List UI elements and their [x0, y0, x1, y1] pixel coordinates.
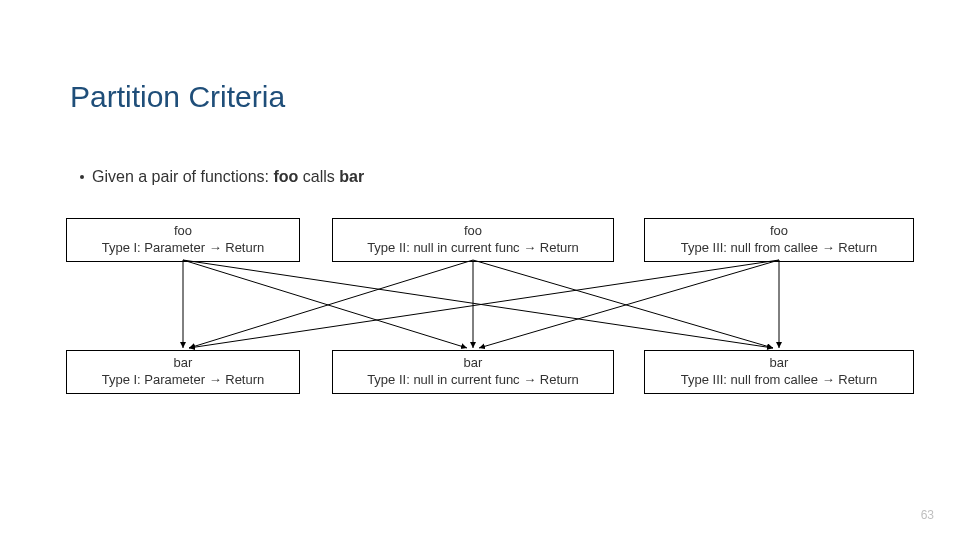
- bipartite-arrows: [0, 0, 960, 540]
- svg-line-6: [189, 260, 779, 348]
- node-desc: Type III: null from callee → Return: [651, 240, 907, 257]
- node-foo-type1: foo Type I: Parameter → Return: [66, 218, 300, 262]
- svg-line-2: [183, 260, 773, 348]
- node-desc: Type III: null from callee → Return: [651, 372, 907, 389]
- node-desc: Type I: Parameter → Return: [73, 240, 293, 257]
- diagram-container: foo Type I: Parameter → Return foo Type …: [0, 0, 960, 540]
- node-fn-label: foo: [73, 223, 293, 240]
- node-foo-type3: foo Type III: null from callee → Return: [644, 218, 914, 262]
- node-desc: Type I: Parameter → Return: [73, 372, 293, 389]
- node-fn-label: bar: [73, 355, 293, 372]
- node-fn-label: foo: [651, 223, 907, 240]
- svg-line-5: [473, 260, 773, 348]
- svg-line-7: [479, 260, 779, 348]
- node-fn-label: bar: [339, 355, 607, 372]
- node-fn-label: foo: [339, 223, 607, 240]
- svg-line-3: [189, 260, 473, 348]
- svg-line-1: [183, 260, 467, 348]
- node-bar-type1: bar Type I: Parameter → Return: [66, 350, 300, 394]
- node-bar-type2: bar Type II: null in current func → Retu…: [332, 350, 614, 394]
- node-fn-label: bar: [651, 355, 907, 372]
- node-bar-type3: bar Type III: null from callee → Return: [644, 350, 914, 394]
- page-number: 63: [921, 508, 934, 522]
- node-desc: Type II: null in current func → Return: [339, 372, 607, 389]
- node-desc: Type II: null in current func → Return: [339, 240, 607, 257]
- node-foo-type2: foo Type II: null in current func → Retu…: [332, 218, 614, 262]
